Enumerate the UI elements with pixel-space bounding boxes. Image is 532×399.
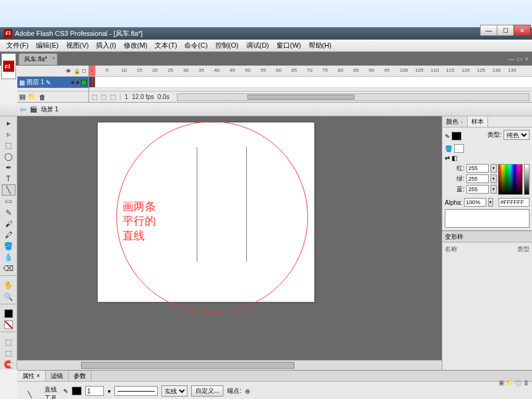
color-spectrum[interactable] <box>498 164 523 195</box>
eraser-tool[interactable]: ⌫ <box>2 263 15 274</box>
outline-icon[interactable]: □ <box>83 68 86 74</box>
hand-tool[interactable]: ✋ <box>2 280 15 291</box>
tab-properties[interactable]: 属性 × <box>17 371 46 381</box>
stroke-swatch[interactable] <box>452 132 461 140</box>
drawn-line-2[interactable] <box>246 147 247 262</box>
menu-debug[interactable]: 调试(D) <box>242 40 273 51</box>
brightness-slider[interactable] <box>524 164 530 195</box>
paint-bucket-tool[interactable]: 🪣 <box>2 241 15 252</box>
layer-row[interactable]: ▦ 图层 1 ✎ <box>17 77 88 88</box>
stroke-color[interactable] <box>2 308 15 319</box>
new-folder-lib-icon[interactable]: 📁 <box>506 379 513 388</box>
canvas-h-scrollbar[interactable] <box>17 360 442 370</box>
new-layer-icon[interactable]: ▤ <box>19 93 25 101</box>
transform-panel-header[interactable]: 变形样 <box>442 231 532 242</box>
stroke-width-spinner[interactable]: ▾ <box>108 388 111 395</box>
menu-view[interactable]: 视图(V) <box>62 40 93 51</box>
lib-name-col[interactable]: 名称 <box>445 245 457 254</box>
scene-label[interactable]: 场景 1 <box>41 105 58 114</box>
pencil-tool[interactable]: ✎ <box>2 207 15 218</box>
doc-restore-icon[interactable]: ▭ <box>517 56 522 62</box>
visibility-icon[interactable]: 👁 <box>66 68 71 74</box>
edit-multiple-icon[interactable]: ⬚ <box>110 93 116 100</box>
zoom-tool[interactable]: 🔍 <box>2 291 15 302</box>
eyedropper-tool[interactable]: 💧 <box>2 252 15 263</box>
blue-input[interactable] <box>466 185 489 194</box>
properties-lib-icon[interactable]: ⓘ <box>515 379 521 388</box>
red-spinner[interactable]: ▾ <box>491 164 497 173</box>
doc-minimize-icon[interactable]: — <box>508 56 514 62</box>
canvas-area[interactable]: 画两条 平行的 直线 <box>17 116 442 370</box>
hex-input[interactable] <box>499 198 530 207</box>
annotation-text: 画两条 平行的 直线 <box>122 200 156 243</box>
ink-bottle-tool[interactable]: 🖍 <box>2 230 15 241</box>
brush-tool[interactable]: 🖌 <box>2 218 15 230</box>
layer-vis-dot[interactable] <box>71 81 74 84</box>
minimize-button[interactable]: — <box>480 25 497 36</box>
onion-skin-icon[interactable]: ⬚ <box>92 93 97 100</box>
green-spinner[interactable]: ▾ <box>491 174 497 183</box>
back-arrow-icon[interactable]: ⇦ <box>20 105 26 114</box>
fill-color[interactable] <box>2 319 15 330</box>
line-style-select[interactable]: 实线 <box>161 385 187 397</box>
timeline-scrollbar[interactable] <box>177 93 530 101</box>
close-tab-icon[interactable]: × <box>52 55 55 61</box>
lasso-tool[interactable]: ◯ <box>2 151 15 162</box>
default-colors-icon[interactable]: ◧ <box>452 155 457 161</box>
document-tab[interactable]: 风车.fla* × <box>19 53 58 65</box>
swap-colors-icon[interactable]: ⇄ <box>445 155 450 161</box>
delete-layer-icon[interactable]: 🗑 <box>39 93 46 101</box>
fill-swatch[interactable] <box>454 144 464 153</box>
stroke-width-input[interactable] <box>85 386 104 396</box>
delete-lib-icon[interactable]: 🗑 <box>523 379 530 388</box>
tool-option-1[interactable]: ⬚ <box>2 337 15 348</box>
menu-control[interactable]: 控制(O) <box>212 40 242 51</box>
close-button[interactable]: ✕ <box>513 25 531 36</box>
tab-filters[interactable]: 滤镜 <box>46 371 69 381</box>
lock-icon[interactable]: 🔒 <box>74 68 80 74</box>
flash-logo-box[interactable]: Fl <box>1 53 16 79</box>
pen-tool[interactable]: ✒ <box>2 162 15 173</box>
tab-params[interactable]: 参数 <box>69 371 92 381</box>
stroke-color-swatch[interactable] <box>72 387 82 395</box>
red-input[interactable] <box>466 164 489 173</box>
doc-close-icon[interactable]: × <box>525 56 528 62</box>
color-type-select[interactable]: 纯色 <box>504 130 530 140</box>
cap-icon[interactable]: ⊜ <box>245 388 250 395</box>
green-input[interactable] <box>466 174 489 183</box>
menu-edit[interactable]: 编辑(E) <box>32 40 62 51</box>
snap-option[interactable]: 🧲 <box>2 359 15 370</box>
selection-tool[interactable]: ▸ <box>2 118 15 129</box>
blue-spinner[interactable]: ▾ <box>491 185 497 194</box>
menu-insert[interactable]: 插入(I) <box>92 40 119 51</box>
timeline-ruler[interactable]: 1510152025303540455055606570758085909510… <box>89 66 532 77</box>
free-transform-tool[interactable]: ⬚ <box>2 140 15 151</box>
new-symbol-icon[interactable]: ▣ <box>499 379 504 388</box>
lib-type-col[interactable]: 类型 <box>517 245 530 254</box>
tool-option-2[interactable]: ⬚ <box>2 348 15 359</box>
rectangle-tool[interactable]: ▭ <box>2 195 15 207</box>
maximize-button[interactable]: ☐ <box>497 25 514 36</box>
new-folder-icon[interactable]: 📁 <box>28 93 36 101</box>
alpha-input[interactable] <box>464 198 486 207</box>
menu-help[interactable]: 帮助(H) <box>305 40 335 51</box>
menu-window[interactable]: 窗口(W) <box>273 40 305 51</box>
menu-modify[interactable]: 修改(M) <box>120 40 152 51</box>
menu-text[interactable]: 文本(T) <box>151 40 181 51</box>
line-tool[interactable]: ╲ <box>2 184 15 195</box>
menu-file[interactable]: 文件(F) <box>2 40 32 51</box>
subselection-tool[interactable]: ▹ <box>2 129 15 140</box>
ruler-mark: 75 <box>322 67 328 73</box>
custom-stroke-button[interactable]: 自定义... <box>191 385 223 397</box>
alpha-spinner[interactable]: ▾ <box>488 198 493 207</box>
line-style-preview[interactable] <box>114 386 158 396</box>
frame-row[interactable] <box>89 77 532 88</box>
layer-lock-dot[interactable] <box>76 81 79 84</box>
onion-outline-icon[interactable]: ⬚ <box>101 93 106 100</box>
menu-commands[interactable]: 命令(C) <box>181 40 211 51</box>
layer-outline-swatch[interactable] <box>81 80 87 85</box>
tab-swatches[interactable]: 样本 <box>468 116 488 127</box>
tab-color[interactable]: 颜色× <box>442 116 468 127</box>
text-tool[interactable]: T <box>2 173 15 184</box>
drawn-line-1[interactable] <box>197 147 197 262</box>
